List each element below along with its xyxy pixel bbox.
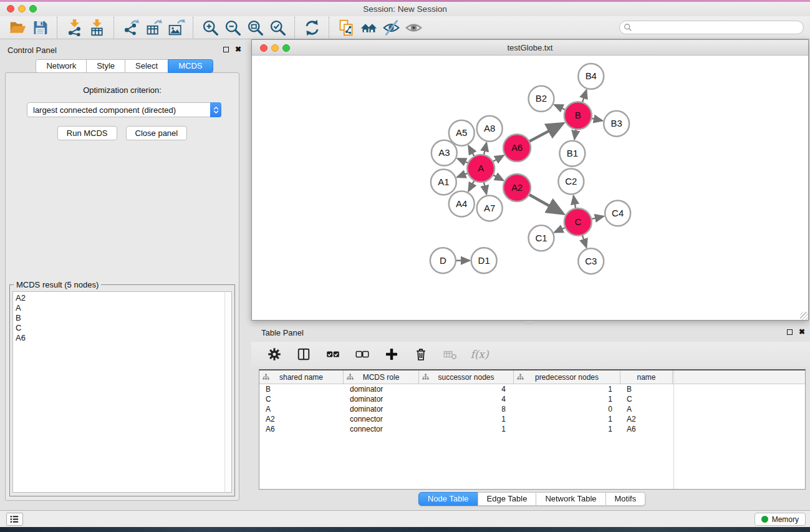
graph-node[interactable]: C1: [529, 225, 554, 251]
close-window-button[interactable]: [7, 5, 14, 12]
table-cell[interactable]: A6: [259, 424, 344, 434]
graph-node[interactable]: B2: [529, 86, 554, 112]
column-header[interactable]: predecessor nodes: [514, 370, 620, 384]
resize-grip[interactable]: [800, 312, 808, 320]
graph-node[interactable]: B1: [559, 141, 585, 167]
table-cell[interactable]: dominator: [344, 384, 419, 394]
network-canvas[interactable]: B4B2BB3A8A5A6A3B1AC2A1A2A4A7C4CC1C3DD1: [252, 56, 808, 320]
mcds-result-item[interactable]: B: [16, 313, 224, 323]
tab-mcds[interactable]: MCDS: [168, 59, 213, 73]
table-cell[interactable]: A2: [620, 414, 673, 424]
zoom-network-button[interactable]: [282, 44, 290, 52]
zoom-in-button[interactable]: [199, 17, 221, 37]
mcds-result-item[interactable]: C: [16, 323, 224, 333]
graph-node[interactable]: C4: [605, 200, 630, 226]
graph-node[interactable]: A5: [449, 120, 475, 146]
graph-node[interactable]: A: [467, 155, 494, 182]
graph-node[interactable]: D: [430, 248, 456, 273]
run-mcds-button[interactable]: Run MCDS: [57, 126, 117, 140]
select-all-columns-button[interactable]: [324, 345, 342, 364]
open-session-button[interactable]: [6, 17, 29, 37]
table-cell[interactable]: dominator: [344, 404, 419, 414]
column-header[interactable]: name: [620, 370, 673, 384]
table-cell[interactable]: 1: [514, 384, 620, 394]
mcds-result-list[interactable]: A2ABCA6: [12, 291, 224, 493]
show-all-button[interactable]: [402, 17, 425, 37]
export-image-button[interactable]: [165, 17, 187, 37]
table-cell[interactable]: 1: [514, 414, 620, 424]
tab-edge-table[interactable]: Edge Table: [478, 492, 537, 506]
table-cell[interactable]: dominator: [344, 394, 419, 404]
graph-node[interactable]: C2: [558, 169, 584, 195]
table-row[interactable]: A6connector11A6: [259, 424, 805, 434]
table-cell[interactable]: connector: [344, 414, 419, 424]
graph-node[interactable]: B3: [604, 111, 629, 137]
graph-node[interactable]: A1: [431, 170, 456, 195]
graph-node[interactable]: A2: [503, 174, 531, 201]
hide-selected-button[interactable]: [380, 17, 402, 37]
split-view-button[interactable]: [294, 345, 313, 364]
result-scrollbar[interactable]: [224, 291, 232, 493]
function-builder-button[interactable]: f(x): [470, 345, 489, 364]
delete-column-button[interactable]: [412, 345, 430, 364]
table-cell[interactable]: A: [259, 404, 344, 414]
memory-button[interactable]: Memory: [755, 513, 806, 526]
export-table-button[interactable]: [142, 17, 165, 37]
table-cell[interactable]: 1: [419, 424, 514, 434]
table-settings-button[interactable]: [265, 345, 284, 364]
tab-motifs[interactable]: Motifs: [605, 492, 646, 506]
table-cell[interactable]: B: [620, 384, 673, 394]
table-cell[interactable]: connector: [344, 424, 419, 434]
graph-node[interactable]: A3: [432, 140, 457, 166]
add-column-button[interactable]: [382, 345, 401, 364]
zoom-selected-button[interactable]: [266, 17, 289, 37]
graph-node[interactable]: A4: [449, 191, 475, 216]
export-network-button[interactable]: [120, 17, 142, 37]
close-table-panel-icon[interactable]: ✖: [799, 328, 805, 336]
tab-network[interactable]: Network: [36, 59, 87, 73]
tab-style[interactable]: Style: [86, 59, 125, 73]
mcds-result-item[interactable]: A2: [16, 293, 224, 303]
mcds-result-item[interactable]: A6: [16, 333, 224, 343]
network-from-selection-button[interactable]: [335, 17, 357, 37]
task-history-button[interactable]: [6, 513, 23, 526]
deselect-all-columns-button[interactable]: [353, 345, 372, 364]
graph-node[interactable]: A7: [477, 195, 503, 221]
table-cell[interactable]: A6: [620, 424, 673, 434]
zoom-window-button[interactable]: [29, 5, 37, 12]
graph-node[interactable]: A8: [477, 116, 503, 142]
graph-node[interactable]: B: [564, 102, 592, 129]
table-cell[interactable]: C: [259, 394, 344, 404]
tab-node-table[interactable]: Node Table: [418, 492, 478, 506]
delete-table-button[interactable]: [441, 345, 460, 364]
import-network-button[interactable]: [63, 17, 85, 37]
tab-select[interactable]: Select: [125, 59, 168, 73]
table-row[interactable]: Bdominator41B: [259, 384, 805, 394]
minimize-window-button[interactable]: [18, 5, 26, 12]
table-row[interactable]: Cdominator41C: [259, 394, 805, 404]
minimize-network-button[interactable]: [271, 44, 279, 52]
column-header[interactable]: successor nodes: [419, 370, 514, 384]
table-cell[interactable]: C: [620, 394, 673, 404]
close-panel-button[interactable]: Close panel: [126, 126, 188, 140]
refresh-layout-button[interactable]: [301, 17, 323, 37]
search-input[interactable]: [619, 21, 804, 34]
table-cell[interactable]: A2: [259, 414, 344, 424]
table-cell[interactable]: B: [259, 384, 344, 394]
zoom-out-button[interactable]: [221, 17, 244, 37]
column-header[interactable]: shared name: [259, 370, 344, 384]
mcds-result-item[interactable]: A: [16, 303, 224, 313]
table-row[interactable]: A2connector11A2: [259, 414, 805, 424]
float-table-panel-icon[interactable]: [787, 329, 793, 335]
zoom-fit-button[interactable]: [244, 17, 266, 37]
float-panel-icon[interactable]: [223, 47, 229, 52]
graph-node[interactable]: B4: [578, 64, 604, 89]
close-panel-icon[interactable]: ✖: [235, 46, 241, 53]
import-table-button[interactable]: [85, 17, 108, 37]
table-row[interactable]: Adominator80A: [259, 404, 805, 414]
column-header[interactable]: MCDS role: [344, 370, 419, 384]
graph-node[interactable]: C: [564, 208, 592, 236]
table-cell[interactable]: 1: [514, 424, 620, 434]
graph-node[interactable]: A6: [503, 134, 531, 162]
horizontal-scrollbar-thumb[interactable]: [526, 321, 533, 324]
